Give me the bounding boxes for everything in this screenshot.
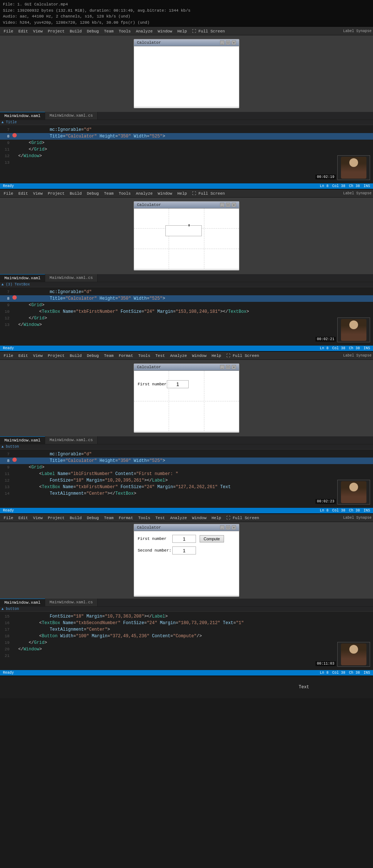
input-first-number-3[interactable]: [167, 380, 189, 388]
menu-analyze-3[interactable]: Analyze: [168, 353, 189, 359]
input-second-4[interactable]: [172, 546, 196, 554]
menu-build-4[interactable]: Build: [67, 515, 84, 521]
menu-file-4[interactable]: File: [1, 515, 15, 521]
maximize-btn-4[interactable]: □: [226, 525, 230, 530]
menu-project-3[interactable]: Project: [46, 353, 67, 359]
compute-button-4[interactable]: Compute: [200, 535, 224, 542]
file-tab-mainwindow-2[interactable]: MainWindow.xaml: [0, 274, 45, 282]
menu-help-4[interactable]: Help: [209, 515, 223, 521]
code-line-11-1: 11 </Grid>: [0, 146, 373, 153]
menu-edit-4[interactable]: Edit: [16, 515, 30, 521]
calc-titlebar-1: Calculator _ □ ×: [134, 39, 239, 46]
menu-format-3[interactable]: Format: [117, 353, 136, 359]
close-btn-2[interactable]: ×: [232, 203, 236, 207]
maximize-btn-1[interactable]: □: [226, 40, 230, 45]
maximize-btn-2[interactable]: □: [226, 203, 230, 207]
menu-tools-4[interactable]: Tools: [136, 515, 152, 521]
close-btn-1[interactable]: ×: [232, 40, 236, 45]
menu-fullscreen-3[interactable]: ⛶ Full Screen: [224, 353, 261, 359]
menu-tools-3[interactable]: Tools: [136, 353, 152, 359]
minimize-btn-1[interactable]: _: [220, 40, 224, 45]
menu-debug-2[interactable]: Debug: [85, 191, 101, 196]
menu-window-4[interactable]: Window: [190, 515, 209, 521]
menu-team-4[interactable]: Team: [102, 515, 115, 521]
menu-build[interactable]: Build: [67, 28, 84, 34]
label-sync-4: Label Synapse: [343, 516, 372, 520]
menu-analyze-4[interactable]: Analyze: [168, 515, 189, 521]
menu-test-3[interactable]: Test: [153, 353, 167, 359]
file-tab-cs-4[interactable]: MainWindow.xaml.cs: [45, 599, 98, 606]
menu-help[interactable]: Help: [175, 28, 189, 34]
status-ln-3: Ln 8: [320, 509, 329, 513]
menu-view-3[interactable]: View: [31, 353, 45, 359]
menu-analyze[interactable]: Analyze: [134, 28, 155, 34]
calc-body-2: [134, 209, 239, 269]
file-tabs-bar-3: MainWindow.xaml MainWindow.xaml.cs: [0, 436, 373, 444]
grid-h1-3: [134, 401, 239, 401]
code-line-21-4: 21: [0, 653, 373, 659]
menu-edit-3[interactable]: Edit: [16, 353, 30, 359]
menu-fullscreen-4[interactable]: ⛶ Full Screen: [224, 515, 261, 521]
menu-analyze-2[interactable]: Analyze: [134, 191, 155, 196]
menu-view-2[interactable]: View: [31, 191, 45, 196]
menu-help-3[interactable]: Help: [209, 353, 223, 359]
calc-titlebar-2: Calculator _ □ ×: [134, 202, 239, 209]
menu-test-4[interactable]: Test: [153, 515, 167, 521]
menu-tools[interactable]: Tools: [117, 28, 133, 34]
panel-3: File Edit View Project Build Debug Team …: [0, 352, 373, 514]
menu-file-3[interactable]: File: [1, 353, 15, 359]
status-right-4: Ln 8 Col 38 Ch 38 INS: [320, 671, 370, 675]
status-ln-2: Ln 8: [320, 346, 329, 350]
minimize-btn-4[interactable]: _: [220, 525, 224, 530]
video-size: Size: 139260932 bytes (132.81 MiB), dura…: [3, 8, 370, 14]
menu-file[interactable]: File: [1, 28, 15, 34]
minimize-btn-3[interactable]: _: [220, 365, 224, 369]
menu-view[interactable]: View: [31, 28, 45, 34]
file-tab-cs-3[interactable]: MainWindow.xaml.cs: [45, 436, 98, 444]
menu-fullscreen-2[interactable]: ⛶ Full Screen: [190, 190, 227, 196]
menu-window-2[interactable]: Window: [156, 191, 174, 196]
status-right-1: Ln 8 Col 38 Ch 38 INS: [320, 184, 370, 188]
menu-help-2[interactable]: Help: [175, 191, 189, 196]
menu-tools-2[interactable]: Tools: [117, 191, 133, 196]
menu-project-2[interactable]: Project: [46, 191, 67, 196]
code-line-20-4: 20 </Window>: [0, 646, 373, 653]
code-line-15-4: 15 FontSize="18" Margin="10,73,363,208">…: [0, 613, 373, 620]
file-tab-mainwindow-4[interactable]: MainWindow.xaml: [0, 599, 45, 606]
menu-view-4[interactable]: View: [31, 515, 45, 521]
textbox-preview-2[interactable]: [165, 225, 202, 236]
file-tab-cs-2[interactable]: MainWindow.xaml.cs: [45, 274, 98, 282]
menu-build-3[interactable]: Build: [67, 353, 84, 359]
menu-debug[interactable]: Debug: [85, 28, 101, 34]
menu-team[interactable]: Team: [102, 28, 115, 34]
minimize-btn-2[interactable]: _: [220, 203, 224, 207]
menu-fullscreen[interactable]: ⛶ Full Screen: [190, 28, 227, 34]
section-title-4: ▲ button: [0, 607, 373, 612]
menu-edit-2[interactable]: Edit: [16, 191, 30, 196]
cursor-marker-2: [189, 224, 189, 226]
menu-file-2[interactable]: File: [1, 191, 15, 196]
maximize-btn-3[interactable]: □: [226, 365, 230, 369]
file-tab-mainwindow-1[interactable]: MainWindow.xaml: [0, 112, 45, 120]
input-first-4[interactable]: [172, 535, 196, 543]
close-btn-4[interactable]: ×: [232, 525, 236, 530]
first-number-row: First number: [138, 380, 235, 388]
grid-line-v2: [204, 209, 204, 269]
menu-project[interactable]: Project: [46, 28, 67, 34]
file-tab-cs-1[interactable]: MainWindow.xaml.cs: [45, 112, 98, 120]
menu-edit[interactable]: Edit: [16, 28, 30, 34]
status-col-2: Col 38: [332, 346, 345, 350]
file-tab-mainwindow-3[interactable]: MainWindow.xaml: [0, 436, 45, 444]
menu-build-2[interactable]: Build: [67, 191, 84, 196]
menu-team-2[interactable]: Team: [102, 191, 115, 196]
ide-menubar-4: File Edit View Project Build Debug Team …: [0, 514, 373, 522]
menu-window[interactable]: Window: [156, 28, 174, 34]
menu-debug-4[interactable]: Debug: [85, 515, 101, 521]
close-btn-3[interactable]: ×: [232, 365, 236, 369]
menu-window-3[interactable]: Window: [190, 353, 209, 359]
menu-project-4[interactable]: Project: [46, 515, 67, 521]
menu-debug-3[interactable]: Debug: [85, 353, 101, 359]
menu-format-4[interactable]: Format: [117, 515, 136, 521]
menu-team-3[interactable]: Team: [102, 353, 115, 359]
webcam-4: [337, 642, 370, 667]
